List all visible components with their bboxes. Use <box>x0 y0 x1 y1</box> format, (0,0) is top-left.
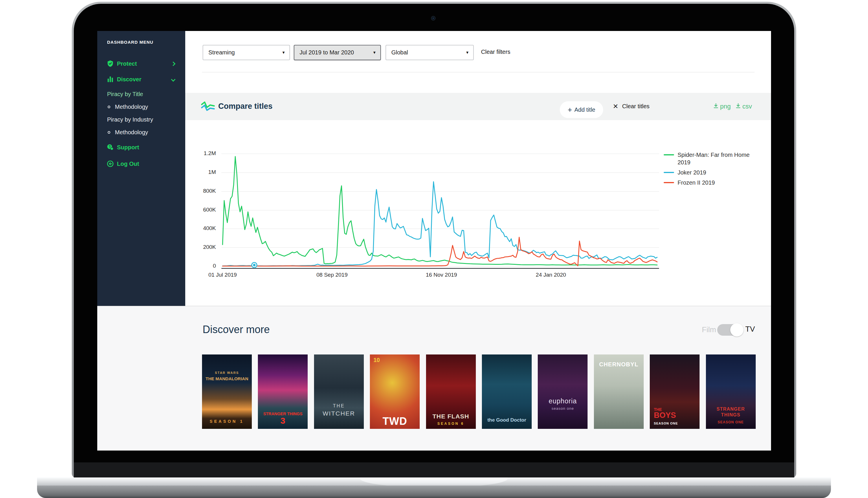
app-window: DASHBOARD MENU ProtectDiscoverPiracy by … <box>97 31 771 450</box>
poster-the-witcher[interactable]: THEWITCHER <box>314 354 364 429</box>
poster-text: STRANGER <box>706 407 756 412</box>
y-axis-tick-label: 1M <box>172 169 216 175</box>
chart-legend: Spider-Man: Far from Home 2019Joker 2019… <box>664 151 765 189</box>
shield-check-icon <box>106 60 114 67</box>
toggle-knob <box>730 323 744 337</box>
series-line-joker-2019 <box>223 182 657 266</box>
filter-dropdown-streaming[interactable]: Streaming▼ <box>202 45 290 60</box>
laptop-hinge <box>74 462 794 478</box>
sidebar-item-piracy-by-industry[interactable]: Piracy by Industry <box>97 114 185 125</box>
poster-twd-season-10[interactable]: 10TWD <box>370 354 420 429</box>
hover-point-marker-dot <box>253 264 255 266</box>
poster-text: SEASON 1 <box>202 419 252 424</box>
discover-bars-icon <box>106 76 114 83</box>
y-axis-tick-label: 800K <box>172 188 216 194</box>
poster-chernobyl[interactable]: CHERNOBYL <box>594 354 644 429</box>
poster-text: STRANGER THINGS <box>258 411 308 416</box>
discover-title: Discover more <box>202 324 270 336</box>
y-axis-tick-label: 600K <box>172 207 216 213</box>
poster-text: BOYS <box>654 411 676 420</box>
legend-item: Joker 2019 <box>664 169 765 176</box>
dropdown-value: Streaming <box>208 49 235 56</box>
chevron-down-icon: ▼ <box>465 50 469 55</box>
clear-filters-button[interactable]: Clear filters <box>481 49 510 55</box>
poster-text: euphoria <box>538 397 588 405</box>
y-axis-tick-label: 0 <box>172 263 216 269</box>
section-title: Compare titles <box>218 102 273 111</box>
y-axis-tick-label: 200K <box>172 244 216 250</box>
dropdown-value: Jul 2019 to Mar 2020 <box>300 49 354 56</box>
compare-titles-chart[interactable] <box>223 154 659 270</box>
discover-more-section: Discover more Film TV STAR WARSTHE MANDA… <box>97 306 771 450</box>
sidebar-item-log-out[interactable]: Log Out <box>97 158 185 170</box>
toggle-tv-label[interactable]: TV <box>745 325 755 333</box>
legend-swatch <box>664 154 674 155</box>
poster-euphoria-season-one[interactable]: euphoriaseason one <box>538 354 588 429</box>
filter-dropdown-jul-2019-to-mar-2020[interactable]: Jul 2019 to Mar 2020▼ <box>294 45 381 60</box>
sidebar-item-support[interactable]: ?Support <box>97 142 185 153</box>
sidebar-item-methodology[interactable]: Methodology <box>97 101 185 113</box>
poster-text: 10 <box>373 357 380 364</box>
poster-the-good-doctor[interactable]: the Good Doctor <box>482 354 532 429</box>
poster-stranger-things-season-one[interactable]: STRANGERTHINGSSEASON ONE <box>706 354 756 429</box>
compare-titles-header: Compare titles + Add title × Clear title… <box>185 93 771 120</box>
film-tv-toggle[interactable] <box>717 324 743 336</box>
chevron-down-icon: ▼ <box>372 50 376 55</box>
poster-text: CHERNOBYL <box>594 361 644 368</box>
poster-text: the Good Doctor <box>482 417 532 423</box>
poster-the-mandalorian-season-1[interactable]: STAR WARSTHE MANDALORIANSEASON 1 <box>202 354 252 429</box>
toggle-film-label[interactable]: Film <box>702 325 716 334</box>
y-axis-tick-label: 1.2M <box>172 150 216 157</box>
poster-text: SEASON ONE <box>654 422 678 425</box>
laptop-base-edge <box>37 477 831 486</box>
x-axis-tick-label: 16 Nov 2019 <box>426 272 457 278</box>
poster-stranger-things-3[interactable]: STRANGER THINGS3 <box>258 354 308 429</box>
chevron-right-icon <box>171 61 176 66</box>
x-axis-tick-label: 01 Jul 2019 <box>208 272 237 278</box>
sidebar-item-label: Piracy by Industry <box>107 116 153 123</box>
poster-text: season one <box>538 407 588 411</box>
sidebar-item-label: Support <box>117 144 139 151</box>
download-csv-link[interactable]: csv <box>735 103 752 110</box>
sidebar-item-methodology[interactable]: Methodology <box>97 127 185 138</box>
clear-titles-button[interactable]: × Clear titles <box>613 102 649 110</box>
compare-lines-icon <box>201 101 215 112</box>
filter-dropdown-global[interactable]: Global▼ <box>385 45 474 60</box>
x-axis-tick-label: 08 Sep 2019 <box>316 272 347 278</box>
sidebar-item-discover[interactable]: Discover <box>97 74 185 85</box>
bullet-circle-icon <box>108 106 110 108</box>
poster-text: TWD <box>370 415 420 427</box>
sidebar-item-label: Log Out <box>117 161 139 167</box>
poster-text: THE MANDALORIAN <box>202 376 252 381</box>
add-title-button[interactable]: + Add title <box>560 101 603 118</box>
poster-text: WITCHER <box>314 410 364 417</box>
sidebar-item-protect[interactable]: Protect <box>97 58 185 69</box>
download-icon <box>713 103 720 110</box>
dropdown-value: Global <box>391 49 408 56</box>
legend-label: Frozen II 2019 <box>678 179 715 186</box>
sidebar-item-label: Methodology <box>115 129 148 136</box>
sidebar-heading: DASHBOARD MENU <box>107 40 154 44</box>
y-axis-tick-label: 400K <box>172 225 216 232</box>
download-icon <box>735 103 742 110</box>
bullet-circle-icon <box>108 131 110 134</box>
filters-divider <box>202 72 754 73</box>
sidebar-item-piracy-by-title[interactable]: Piracy by Title <box>97 88 185 100</box>
support-chat-icon: ? <box>106 144 114 151</box>
laptop-base <box>37 486 831 498</box>
chevron-down-icon: ▼ <box>281 50 285 55</box>
chevron-down-icon <box>171 77 176 82</box>
poster-text: THE FLASH <box>426 413 476 420</box>
legend-swatch <box>664 172 674 173</box>
x-axis-tick-label: 24 Jan 2020 <box>536 272 566 278</box>
poster-text: THE <box>314 403 364 409</box>
laptop-mockup: DASHBOARD MENU ProtectDiscoverPiracy by … <box>0 0 868 498</box>
poster-the-flash-season-6[interactable]: THE FLASHSEASON 6 <box>426 354 476 429</box>
legend-swatch <box>664 182 674 183</box>
legend-item: Spider-Man: Far from Home 2019 <box>664 151 765 166</box>
download-png-link[interactable]: png <box>713 103 731 110</box>
legend-item: Frozen II 2019 <box>664 179 765 186</box>
poster-text: SEASON 6 <box>426 422 476 426</box>
poster-the-boys-season-one[interactable]: THEBOYSSEASON ONE <box>650 354 699 429</box>
series-line-frozen-ii-2019 <box>223 237 657 266</box>
